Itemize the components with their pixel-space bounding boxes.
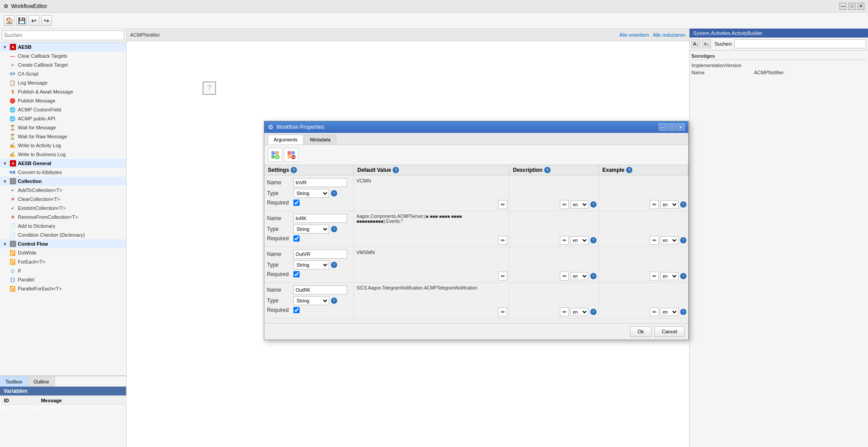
tab-arguments[interactable]: Arguments [268,135,303,145]
edit-desc-2-button[interactable]: ✏ [560,236,569,245]
redo-button[interactable]: ↪ [41,15,52,26]
help-default-icon[interactable]: ? [393,167,399,173]
toolbox-item-create-callback[interactable]: + Create Callback Target [0,60,126,69]
param-required-check-4[interactable] [293,307,300,313]
help-example-icon[interactable]: ? [626,167,632,173]
edit-default-3-button[interactable]: ✏ [498,272,507,281]
lang-desc-3-select[interactable]: en [571,272,589,280]
help-type-1-icon[interactable]: ? [331,190,337,196]
toolbox-item-dowhile[interactable]: 🔁 DoWhile [0,248,126,257]
undo-button[interactable]: ↩ [29,15,39,26]
toolbox-item-if[interactable]: ◇ If [0,266,126,275]
search-input[interactable] [2,30,124,40]
sort-az-button[interactable]: A↓ [691,39,700,48]
edit-example-4-button[interactable]: ✏ [650,307,659,316]
toolbox-item-add-dict[interactable]: 📄 Add to Dictionary [0,221,126,230]
edit-example-1-button[interactable]: ✏ [650,200,659,209]
toolbox-item-parallel-foreach[interactable]: 🔁 ParallelForEach<T> [0,284,126,293]
edit-default-4-button[interactable]: ✏ [498,307,507,316]
dialog-maximize-button[interactable]: □ [668,123,676,131]
lang-example-2-select[interactable]: en [661,236,678,244]
lang-desc-4-select[interactable]: en [571,308,589,316]
help-settings-icon[interactable]: ? [291,167,297,173]
toolbox-item-csharp[interactable]: C# C#-Script [0,69,126,78]
category-collection[interactable]: ▼ □ Collection [0,177,126,186]
lang-example-3-select[interactable]: en [661,272,678,280]
toolbox-item-wait-message[interactable]: ⏳ Wait for Message [0,123,126,132]
toolbox-item-clear-collection[interactable]: ✕ ClearCollection<T> [0,195,126,204]
category-control-flow[interactable]: ▼ □ Control Flow [0,239,126,248]
edit-desc-1-button[interactable]: ✏ [560,200,569,209]
help-type-3-icon[interactable]: ? [331,262,337,268]
param-name-input-4[interactable] [293,285,347,294]
edit-example-3-button[interactable]: ✏ [650,272,659,281]
toolbox-scroll[interactable]: ▼ A AESB — Clear Callback Targets + Crea… [0,43,126,375]
dialog-close-button[interactable]: ✕ [677,123,685,131]
param-required-check-1[interactable] [293,200,300,206]
param-name-input-3[interactable] [293,250,347,259]
toolbox-item-acmp-custom[interactable]: 🌐 ACMP CustomField [0,105,126,114]
help-desc-4-icon[interactable]: ? [590,309,597,315]
lang-desc-1-select[interactable]: en [571,200,589,209]
help-example-3-icon[interactable]: ? [680,273,686,279]
toolbox-item-write-business[interactable]: ✍ Write to Business Log [0,150,126,159]
param-name-input-2[interactable] [293,214,347,223]
help-example-4-icon[interactable]: ? [680,309,686,315]
add-param-button[interactable] [268,148,282,162]
toolbox-item-add-collection[interactable]: + AddToCollection<T> [0,186,126,195]
param-name-input-1[interactable] [293,178,347,187]
placeholder-box[interactable]: ? [203,81,216,95]
ok-button[interactable]: Ok [630,326,652,337]
help-example-1-icon[interactable]: ? [680,201,686,208]
remove-param-button[interactable] [284,148,298,162]
toolbox-item-publish-await[interactable]: ⬆ Publish & Await Message [0,87,126,96]
param-type-select-2[interactable]: String [293,225,329,234]
toolbox-item-convert-kb[interactable]: KB Convert to Kibibytes [0,168,126,177]
help-description-icon[interactable]: ? [544,167,550,173]
help-example-2-icon[interactable]: ? [680,237,686,243]
help-desc-2-icon[interactable]: ? [590,237,597,243]
edit-default-1-button[interactable]: ✏ [498,200,507,209]
minimize-button[interactable]: — [839,3,847,10]
param-type-select-4[interactable]: String [293,296,329,305]
help-type-4-icon[interactable]: ? [331,298,337,304]
toolbox-item-foreach[interactable]: 🔁 ForEach<T> [0,257,126,266]
cancel-button[interactable]: Cancel [654,326,685,337]
sort-cat-button[interactable]: ≡↓ [702,39,711,48]
param-type-select-3[interactable]: String [293,260,329,269]
lang-example-4-select[interactable]: en [661,308,678,316]
help-type-2-icon[interactable]: ? [331,226,337,232]
edit-desc-3-button[interactable]: ✏ [560,272,569,281]
help-desc-3-icon[interactable]: ? [590,273,597,279]
toolbox-item-remove-collection[interactable]: ✕ RemoveFromCollection<T> [0,213,126,221]
help-desc-1-icon[interactable]: ? [590,201,597,208]
param-type-select-1[interactable]: String [293,189,329,198]
close-button[interactable]: ✕ [857,3,864,10]
toolbox-item-exists-collection[interactable]: ✓ ExistsInCollection<T> [0,204,126,213]
tab-metadata[interactable]: Metadata [304,135,336,145]
lang-example-1-select[interactable]: en [661,200,678,209]
toolbox-item-log-message[interactable]: 📋 Log Message [0,78,126,87]
category-aesb[interactable]: ▼ A AESB [0,43,126,51]
tab-toolbox[interactable]: Toolbox [0,376,28,387]
edit-default-2-button[interactable]: ✏ [498,236,507,245]
toolbox-item-wait-raw[interactable]: ⏳ Wait for Raw Message [0,132,126,141]
lang-desc-2-select[interactable]: en [571,236,589,244]
maximize-button[interactable]: □ [848,3,855,10]
tab-outline[interactable]: Outline [28,376,55,387]
toolbox-item-write-activity[interactable]: ✍ Write to Activity Log [0,141,126,150]
right-search-input[interactable] [734,39,866,48]
dialog-minimize-button[interactable]: — [659,123,667,131]
toolbox-item-clear-callback[interactable]: — Clear Callback Targets [0,51,126,60]
toolbox-item-cond-checker[interactable]: 📄 Condition Checker (Dictionary) [0,230,126,239]
save-button[interactable]: 💾 [16,15,27,26]
toolbox-item-parallel[interactable]: ⟦⟧ Parallel [0,275,126,284]
toolbox-item-publish[interactable]: 🔴 Publish Message [0,96,126,105]
expand-all-link[interactable]: Alle erweitern [619,32,649,38]
category-aesb-general[interactable]: ▼ A AESB General [0,159,126,168]
toolbox-item-acmp-api[interactable]: 🌐 ACMP public API [0,114,126,123]
collapse-all-link[interactable]: Alle reduzieren [653,32,686,38]
home-button[interactable]: 🏠 [4,15,14,26]
edit-example-2-button[interactable]: ✏ [650,236,659,245]
param-required-check-2[interactable] [293,235,300,242]
